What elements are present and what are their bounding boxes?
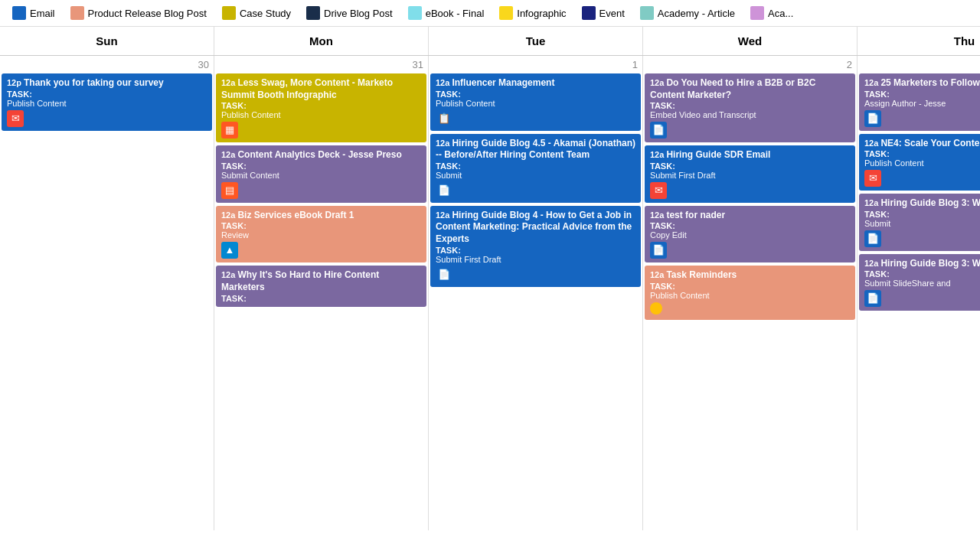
day-number-31: 31 (216, 57, 426, 73)
calendar-body: 30 12p Thank you for taking our survey T… (0, 56, 980, 530)
event-task-value: Publish Content (221, 110, 421, 119)
calendar-header: Sun Mon Tue Wed Thu (0, 27, 980, 56)
legend-swatch-academy (750, 6, 764, 20)
event-task-value: Submit SlideShare and (864, 279, 980, 288)
event-task-label: TASK: (221, 294, 421, 303)
event-card-wed-3[interactable]: 12a test for nader TASK: Copy Edit 📄 (645, 206, 855, 263)
event-title: Biz Services eBook Draft 1 (237, 210, 354, 220)
header-tue: Tue (429, 27, 643, 55)
event-title: Do You Need to Hire a B2B or B2C Content… (650, 77, 815, 100)
event-card-mon-4[interactable]: 12a Why It's So Hard to Hire Content Mar… (216, 266, 426, 306)
event-card-tue-1[interactable]: 12a Influencer Management TASK: Publish … (430, 73, 641, 131)
event-task-label: TASK: (221, 161, 421, 171)
legend-label-ebook: eBook - Final (426, 8, 485, 19)
event-card-0[interactable]: 12p Thank you for taking our survey TASK… (2, 73, 212, 131)
event-card-wed-4[interactable]: 12a Task Reminders TASK: Publish Content (645, 266, 855, 320)
event-header: 12a Hiring Guide Blog 4 - How to Get a J… (436, 210, 635, 246)
day-number-30: 30 (2, 57, 212, 73)
legend-item-product-release: Product Release Blog Post (70, 6, 207, 20)
event-title: Less Swag, More Content - Marketo Summit… (221, 77, 393, 100)
event-header: 12a NE4: Scale Your Content Operation (864, 138, 980, 150)
doc-icon: 📄 (864, 290, 881, 307)
legend-item-infographic: Infographic (499, 6, 566, 20)
doc-icon: 📋 (436, 110, 452, 127)
event-title: Hiring Guide Blog 3: White paper (880, 258, 980, 269)
event-time: 12a (864, 198, 880, 207)
event-header: 12a Biz Services eBook Draft 1 (221, 210, 421, 222)
day-col-wed: 2 12a Do You Need to Hire a B2B or B2C C… (643, 56, 858, 530)
presentation-icon: ▤ (221, 182, 238, 199)
event-card-mon-3[interactable]: 12a Biz Services eBook Draft 1 TASK: Rev… (216, 206, 426, 263)
event-time: 12a (221, 78, 237, 87)
event-title: Thank you for taking our survey (24, 77, 164, 88)
email-icon: ✉ (7, 110, 24, 127)
day-col-sun: 30 12p Thank you for taking our survey T… (0, 56, 214, 530)
calendar: Sun Mon Tue Wed Thu 30 12p Thank you for… (0, 27, 980, 530)
event-time: 12a (436, 210, 452, 220)
event-task-label: TASK: (864, 269, 980, 279)
event-title: test for nader (666, 210, 725, 220)
event-task-value: Publish Content (650, 291, 850, 300)
event-card-tue-3[interactable]: 12a Hiring Guide Blog 4 - How to Get a J… (430, 206, 641, 287)
ebook-icon: ▲ (221, 242, 238, 259)
event-title: Hiring Guide Blog 4 - How to Get a Job i… (436, 210, 632, 244)
email-icon: ✉ (650, 182, 667, 199)
legend-swatch-case-study (222, 6, 236, 20)
event-task-label: TASK: (650, 282, 850, 291)
event-card-mon-1[interactable]: 12a Less Swag, More Content - Marketo Su… (216, 73, 426, 142)
event-task-value: Submit First Draft (650, 171, 850, 180)
event-card-wed-1[interactable]: 12a Do You Need to Hire a B2B or B2C Con… (645, 73, 855, 142)
event-card-thu-1[interactable]: 12a 25 Marketers to Follow in SF - conte… (859, 73, 980, 131)
doc-icon: 📄 (864, 110, 881, 127)
event-card-wed-2[interactable]: 12a Hiring Guide SDR Email TASK: Submit … (645, 145, 855, 203)
event-time: 12a (864, 139, 880, 148)
event-time: 12a (221, 150, 237, 159)
header-thu: Thu (858, 27, 980, 55)
legend-label-drive-blog: Drive Blog Post (324, 8, 393, 19)
event-task-value: Submit First Draft (436, 255, 635, 264)
event-task-label: TASK: (7, 90, 207, 99)
event-header: 12a test for nader (650, 210, 850, 222)
legend-swatch-email (12, 6, 26, 20)
event-card-mon-2[interactable]: 12a Content Analytics Deck - Jesse Preso… (216, 145, 426, 203)
event-header: 12a 25 Marketers to Follow in SF - conte… (864, 77, 980, 90)
circle-icon (650, 302, 662, 315)
legend-label-product-release: Product Release Blog Post (88, 8, 207, 19)
event-header: 12a Content Analytics Deck - Jesse Preso (221, 149, 421, 161)
legend-swatch-ebook (408, 6, 422, 20)
event-title: Task Reminders (666, 269, 737, 280)
event-card-thu-4[interactable]: 12a Hiring Guide Blog 3: White paper TAS… (859, 254, 980, 311)
event-task-label: TASK: (864, 149, 980, 158)
legend-label-academy-article: Academy - Article (658, 8, 735, 19)
event-task-value: Assign Author - Jesse (864, 99, 980, 108)
event-card-thu-3[interactable]: 12a Hiring Guide Blog 3: White paper TAS… (859, 194, 980, 251)
doc-icon: 📄 (650, 122, 667, 139)
event-task-value: Embed Video and Transcript (650, 110, 850, 119)
event-card-tue-2[interactable]: 12a Hiring Guide Blog 4.5 - Akamai (Jona… (430, 134, 641, 203)
doc-icon: 📄 (650, 242, 667, 259)
event-card-thu-2[interactable]: 12a NE4: Scale Your Content Operation TA… (859, 134, 980, 191)
day-col-mon: 31 12a Less Swag, More Content - Marketo… (214, 56, 429, 530)
legend-bar: Email Product Release Blog Post Case Stu… (0, 0, 980, 27)
event-task-label: TASK: (864, 210, 980, 219)
day-number-3: 3 (859, 57, 980, 73)
event-task-label: TASK: (436, 90, 635, 99)
legend-item-ebook: eBook - Final (408, 6, 485, 20)
event-task-value: Publish Content (7, 99, 207, 108)
legend-label-case-study: Case Study (240, 8, 291, 19)
event-task-label: TASK: (436, 161, 635, 171)
legend-item-academy-article: Academy - Article (640, 6, 735, 20)
legend-item-case-study: Case Study (222, 6, 291, 20)
legend-label-email: Email (30, 8, 55, 19)
legend-swatch-academy-article (640, 6, 654, 20)
event-header: 12p Thank you for taking our survey (7, 77, 207, 90)
legend-swatch-drive-blog (306, 6, 320, 20)
event-title: Hiring Guide Blog 3: White paper (880, 197, 980, 208)
event-header: 12a Hiring Guide Blog 4.5 - Akamai (Jona… (436, 138, 635, 161)
presentation-icon: ▦ (221, 122, 238, 139)
event-title: Why It's So Hard to Hire Content Markete… (221, 269, 379, 292)
event-task-value: Copy Edit (650, 230, 850, 240)
event-task-value: Submit Content (221, 171, 421, 180)
header-sun: Sun (0, 27, 214, 55)
event-task-value: Submit (864, 219, 980, 228)
